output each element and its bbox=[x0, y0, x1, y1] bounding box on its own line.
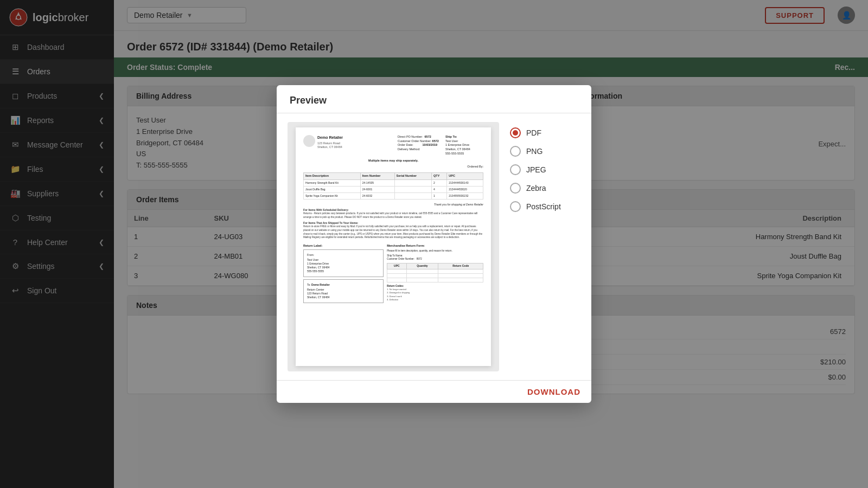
doc-col-serial: Serial Number bbox=[394, 172, 431, 179]
doc-ship-to: Ship To: Test User 1 Enterprise DriveShe… bbox=[445, 135, 483, 156]
doc-return-label-title: Return Label: bbox=[303, 244, 384, 248]
doc-item1-serial bbox=[394, 179, 431, 186]
doc-customer-order: Customer Order Number: 6572 bbox=[398, 139, 441, 144]
doc-item2-qty: 4 bbox=[432, 186, 447, 192]
doc-shipped-body: Return in-store FREE or More and easy by… bbox=[303, 225, 483, 240]
format-label-jpeg: JPEG bbox=[526, 165, 546, 174]
modal-footer: DOWNLOAD bbox=[277, 380, 591, 403]
format-option-pdf[interactable]: PDF bbox=[510, 127, 580, 138]
format-options: PDF PNG JPEG Zebra PostScript bbox=[510, 122, 580, 371]
doc-item-row: Harmony Strength Band Kit 24-14535 2 213… bbox=[304, 179, 483, 186]
doc-ship-to-name: Test User bbox=[445, 139, 483, 144]
doc-label-to: To: Demo Retailer Return Center123 Retur… bbox=[303, 279, 384, 303]
doc-item1-num: 24-14535 bbox=[360, 179, 394, 186]
radio-zebra[interactable] bbox=[510, 183, 521, 194]
doc-item1-desc: Harmony Strength Band Kit bbox=[304, 179, 361, 186]
doc-footer-boxes: Return Label: From: Test User 1 Enterpri… bbox=[303, 244, 483, 305]
doc-scheduled-delivery-text: Returns - Return policies vary between p… bbox=[303, 212, 483, 220]
preview-area: Demo Retailer 123 Return RoadShelton, CT… bbox=[288, 122, 499, 371]
doc-item1-upc: 2134444530143 bbox=[447, 179, 483, 186]
doc-ordered-by: Ordered By: bbox=[303, 165, 483, 169]
doc-policy-text: For Items With Scheduled Delivery: Retur… bbox=[303, 208, 483, 220]
doc-col-qty: QTY bbox=[432, 172, 447, 179]
doc-to-address: Return Center123 Return RoadShelton, CT … bbox=[307, 288, 380, 299]
format-option-zebra[interactable]: Zebra bbox=[510, 183, 580, 194]
format-option-jpeg[interactable]: JPEG bbox=[510, 164, 580, 175]
doc-return-form-box: Merchandise Return Form: Please fill in … bbox=[387, 244, 483, 305]
format-option-png[interactable]: PNG bbox=[510, 146, 580, 157]
doc-header: Demo Retailer 123 Return RoadShelton, CT… bbox=[303, 135, 483, 156]
doc-ship-to-label: Ship To: bbox=[445, 135, 483, 139]
doc-po: Direct PO Number: 6572 bbox=[398, 135, 441, 139]
doc-col-description: Item Description bbox=[304, 172, 361, 179]
doc-multiple-items-note: Multiple items may ship separately. bbox=[303, 159, 483, 163]
doc-label-from: From: Test User 1 Enterprise DriveShelto… bbox=[303, 249, 384, 277]
doc-logo-circle bbox=[303, 135, 315, 147]
format-label-postscript: PostScript bbox=[526, 202, 561, 211]
doc-company-address: 123 Return RoadShelton, CT 06484 bbox=[317, 142, 398, 150]
doc-item3-upc: 2134555530232 bbox=[447, 192, 483, 199]
doc-shipped-text: For Items That Are Shipped To Your Home:… bbox=[303, 221, 483, 240]
doc-order-meta: Direct PO Number: 6572 Customer Order Nu… bbox=[398, 135, 441, 152]
return-row bbox=[387, 273, 483, 278]
doc-thank-you: Thank you for shopping at Demo Retailer bbox=[303, 203, 483, 207]
return-col-upc: UPC bbox=[387, 263, 406, 269]
doc-from-label: From: bbox=[307, 253, 380, 257]
doc-logo-area bbox=[303, 135, 315, 148]
doc-return-form-title: Merchandise Return Form: bbox=[387, 244, 483, 248]
return-row bbox=[387, 269, 483, 273]
download-button[interactable]: DOWNLOAD bbox=[527, 387, 580, 396]
radio-png[interactable] bbox=[510, 146, 521, 157]
doc-items-table: Item Description Item Number Serial Numb… bbox=[303, 172, 483, 200]
doc-item2-upc: 213444453020 bbox=[447, 186, 483, 192]
doc-order-date: Order Date: 10/03/2019 bbox=[398, 143, 441, 147]
doc-scheduled-delivery-title: For Items With Scheduled Delivery: bbox=[303, 208, 483, 213]
doc-company-info: Demo Retailer 123 Return RoadShelton, CT… bbox=[317, 135, 398, 150]
doc-item3-serial bbox=[394, 192, 431, 199]
doc-to-label: To: Demo Retailer bbox=[307, 283, 380, 287]
radio-pdf[interactable] bbox=[510, 127, 521, 138]
return-col-quantity: Quantity bbox=[406, 263, 438, 269]
doc-customer-order-label: Customer Order Number: 8972 bbox=[387, 258, 483, 261]
return-col-return-code: Return Code bbox=[438, 263, 483, 269]
format-label-png: PNG bbox=[526, 147, 542, 156]
doc-from-name: Test User bbox=[307, 258, 380, 262]
doc-company-name: Demo Retailer bbox=[317, 135, 398, 140]
modal-header: Preview bbox=[277, 85, 591, 113]
doc-delivery-method: Delivery Method: bbox=[398, 147, 441, 152]
doc-return-codes-list: 1. No longer wanted 2. Damaged in shippi… bbox=[387, 288, 483, 302]
modal-overlay[interactable]: Preview Demo Retailer 123 Return RoadShe… bbox=[0, 0, 868, 488]
doc-return-table: UPC Quantity Return Code bbox=[387, 263, 483, 282]
doc-from-address: 1 Enterprise DriveShelton, CT 06484555-5… bbox=[307, 262, 380, 273]
radio-postscript[interactable] bbox=[510, 201, 521, 212]
doc-item3-qty: 1 bbox=[432, 192, 447, 199]
doc-item2-desc: Joust Duffle Bag bbox=[304, 186, 361, 192]
doc-return-form-instructions: Please fill in item description, quantit… bbox=[387, 249, 483, 253]
return-row bbox=[387, 278, 483, 282]
format-label-zebra: Zebra bbox=[526, 184, 546, 192]
preview-modal: Preview Demo Retailer 123 Return RoadShe… bbox=[277, 85, 591, 403]
doc-return-label-box: Return Label: From: Test User 1 Enterpri… bbox=[303, 244, 384, 305]
doc-item-row: Joust Duffle Bag 24-6001 4 213444453020 bbox=[304, 186, 483, 192]
doc-item-row: Sprite Yoga Companion Kit 24-6032 1 2134… bbox=[304, 192, 483, 199]
doc-col-item-number: Item Number bbox=[360, 172, 394, 179]
doc-item2-serial bbox=[394, 186, 431, 192]
doc-ship-to-address: 1 Enterprise DriveShelton, CT 06484555-5… bbox=[445, 143, 483, 156]
format-option-postscript[interactable]: PostScript bbox=[510, 201, 580, 212]
preview-document: Demo Retailer 123 Return RoadShelton, CT… bbox=[296, 127, 491, 366]
modal-body: Demo Retailer 123 Return RoadShelton, CT… bbox=[277, 113, 591, 380]
doc-shipped-title: For Items That Are Shipped To Your Home: bbox=[303, 221, 483, 226]
doc-col-upc: UPC bbox=[447, 172, 483, 179]
modal-title: Preview bbox=[290, 95, 327, 106]
doc-item3-num: 24-6032 bbox=[360, 192, 394, 199]
radio-jpeg[interactable] bbox=[510, 164, 521, 175]
format-label-pdf: PDF bbox=[526, 129, 541, 137]
doc-item2-num: 24-6001 bbox=[360, 186, 394, 192]
doc-item1-qty: 2 bbox=[432, 179, 447, 186]
doc-item3-desc: Sprite Yoga Companion Kit bbox=[304, 192, 361, 199]
